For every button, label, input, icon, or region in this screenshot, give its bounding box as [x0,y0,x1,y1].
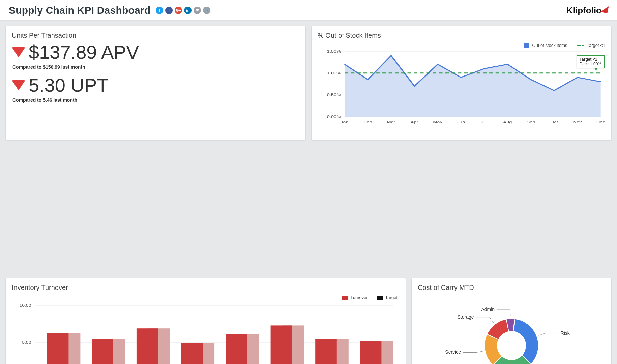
svg-text:Nov: Nov [573,120,582,124]
legend-dash-icon [577,45,584,46]
svg-rect-43 [271,325,292,364]
card-title: % Out of Stock Items [318,32,605,39]
link-icon[interactable]: 🔗 [203,7,210,14]
svg-text:Sep: Sep [526,120,535,124]
share-icons: t f G+ in ✉ 🔗 [156,7,210,14]
svg-rect-28 [47,333,69,364]
legend-target: Target [385,295,398,300]
googleplus-icon[interactable]: G+ [175,7,182,14]
svg-text:Apr: Apr [411,120,419,124]
svg-text:Storage: Storage [458,314,474,320]
facebook-icon[interactable]: f [165,7,173,14]
legend: Turnover Target [12,295,398,300]
svg-rect-31 [92,339,113,364]
upt-compare: Compared to 5.46 last month [12,97,299,103]
svg-text:1.50%: 1.50% [327,49,341,54]
apv-compare: Compared to $156.99 last month [12,64,299,70]
svg-text:Feb: Feb [363,120,372,124]
cost-of-carry-donut-chart[interactable]: RiskFreightServiceStorageAdmin [418,295,605,364]
legend-series: Out of stock items [532,43,567,48]
svg-text:0.50%: 0.50% [327,93,341,97]
legend-swatch-icon [377,296,383,300]
linkedin-icon[interactable]: in [184,7,192,14]
chart-tooltip: Target <1 Dec : 1.00% [577,55,605,68]
apv-value: $137.89 APV [29,43,139,62]
header-bar: Supply Chain KPI Dashboard t f G+ in ✉ 🔗… [0,0,617,21]
card-inventory-turnover: Inventory Turnover Turnover Target 0.005… [5,278,406,364]
svg-text:Mar: Mar [387,120,395,124]
svg-text:10.00: 10.00 [19,303,31,307]
brand-logo: Klipfolio◢ [566,5,608,16]
svg-text:Jan: Jan [341,120,349,124]
oos-line-chart[interactable]: 0.00%0.50%1.00%1.50%JanFebMarAprMayJunJu… [318,48,605,125]
svg-text:Admin: Admin [481,307,495,312]
trend-down-icon [12,47,25,57]
svg-text:Dec: Dec [596,120,605,124]
card-cost-of-carry: Cost of Carry MTD RiskFreightServiceStor… [411,278,612,364]
email-icon[interactable]: ✉ [194,7,201,14]
legend-series: Turnover [350,295,368,300]
legend-swatch-icon [524,43,529,48]
page-title: Supply Chain KPI Dashboard [9,5,150,16]
svg-text:0.00%: 0.00% [327,115,341,119]
upt-value: 5.30 UPT [29,76,109,95]
legend-swatch-icon [342,296,348,300]
legend: Out of stock items Target <1 [318,43,605,48]
svg-text:Aug: Aug [503,120,512,124]
svg-rect-40 [226,334,247,364]
svg-text:Service: Service [445,349,461,355]
svg-text:5.00: 5.00 [22,340,31,344]
trend-down-icon [12,80,25,90]
svg-text:Jun: Jun [457,120,465,124]
svg-rect-46 [315,339,337,364]
card-units-per-transaction: Units Per Transaction $137.89 APV Compar… [5,26,306,141]
svg-rect-49 [360,341,382,364]
svg-text:Risk: Risk [561,330,570,336]
svg-text:1.00%: 1.00% [327,71,341,75]
svg-text:May: May [433,120,442,124]
legend-target: Target <1 [587,43,605,48]
svg-rect-34 [137,328,158,364]
card-title: Inventory Turnover [12,284,400,292]
svg-rect-37 [181,343,203,364]
twitter-icon[interactable]: t [156,7,163,14]
card-title: Cost of Carry MTD [418,284,605,292]
inventory-bar-chart[interactable]: 0.005.0010.002009FY2010FY2011FY2012FY201… [12,302,400,364]
svg-text:Oct: Oct [550,120,558,124]
svg-text:Jul: Jul [481,120,488,124]
card-title: Units Per Transaction [12,32,299,39]
card-out-of-stock: % Out of Stock Items Out of stock items … [311,26,612,141]
